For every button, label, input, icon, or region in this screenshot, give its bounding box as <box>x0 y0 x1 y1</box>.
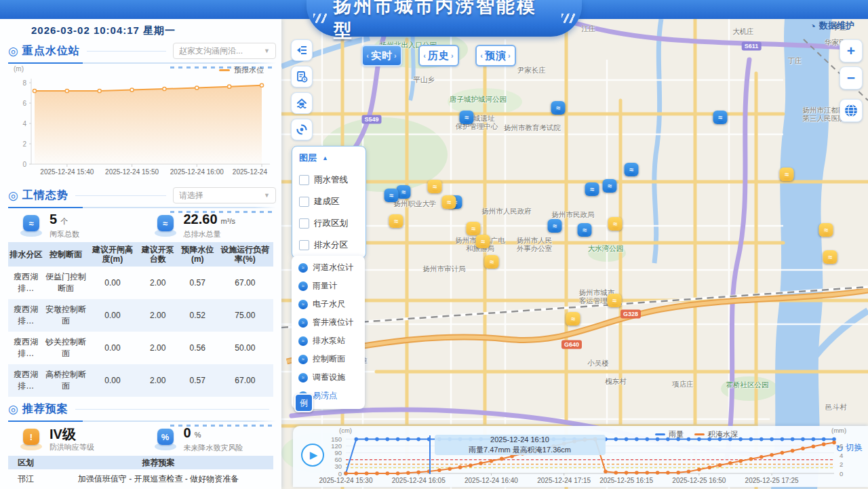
dashed-decoration <box>170 425 272 427</box>
rain-waterlogging-chart-svg: 03060901201500246(cm)(mm)2025-12-24 15:3… <box>293 426 868 487</box>
zoom-out-button[interactable]: − <box>840 66 863 90</box>
checkbox-unchecked[interactable] <box>299 175 309 185</box>
stat-text: 0 %未来降水致灾风险 <box>184 426 243 453</box>
table-row[interactable]: 瘦西湖排…安墩控制断面0.002.000.5275.00 <box>8 299 273 332</box>
road-shield: G328 <box>620 310 641 319</box>
map-canvas[interactable]: 扬州北出入口公园江庄尹家长庄平山乡唐子城护城河公园扬州城遗址 保护管理中心扬州市… <box>281 19 868 489</box>
sluice-pump-icon-glyph: ≈ <box>23 215 39 231</box>
table-cell: 0.56 <box>178 332 217 364</box>
map-marker-blue[interactable]: ≈ <box>578 223 592 237</box>
checkbox-unchecked[interactable] <box>299 197 309 207</box>
legend-item-label: 雨量计 <box>313 280 337 292</box>
collapse-panel-button[interactable] <box>291 39 313 61</box>
svg-text:2025-12-24: 2025-12-24 <box>233 168 268 176</box>
checkbox-unchecked[interactable] <box>299 218 309 229</box>
mode-button-label: 历史 <box>428 50 450 62</box>
svg-text:8: 8 <box>22 79 26 87</box>
svg-text:(cm): (cm) <box>339 427 352 434</box>
map-marker-yellow[interactable]: ≈ <box>819 223 833 237</box>
map-marker-yellow[interactable]: ≈ <box>476 235 490 248</box>
table-row[interactable]: 瘦西湖排…高桥控制断面0.002.000.5767.00 <box>8 364 273 397</box>
station-select-dropdown[interactable]: 赵家支沟涵闸沿... ▼ <box>173 43 276 59</box>
layers-panel-title[interactable]: 图层 ▲ <box>299 152 359 164</box>
stat-闸泵总数: ≈5 个闸泵总数 <box>8 212 142 239</box>
zoom-in-button[interactable]: + <box>840 39 863 62</box>
legend-item-label: 河道水位计 <box>313 262 353 273</box>
map-marker-blue[interactable]: ≈ <box>603 179 617 193</box>
map-marker-blue[interactable]: ≈ <box>713 111 728 124</box>
right-arrow-decoration: › <box>508 52 511 60</box>
svg-text:2025-12-24 16:40: 2025-12-24 16:40 <box>465 477 518 484</box>
flood-sites-button[interactable] <box>291 92 313 114</box>
mode-button-预演[interactable]: ‹预演› <box>475 45 516 66</box>
map-marker-blue[interactable]: ≈ <box>585 182 599 196</box>
svg-text:2: 2 <box>22 140 26 148</box>
layer-item-排水分区[interactable]: 排水分区 <box>299 239 359 251</box>
map-marker-yellow[interactable]: ≈ <box>485 255 499 269</box>
map-marker-yellow[interactable]: ≈ <box>823 250 837 264</box>
table-cell: 便益门控制断面 <box>43 267 87 299</box>
layer-item-label: 建成区 <box>314 196 340 208</box>
stat-unit: m³/s <box>219 217 235 225</box>
map-marker-blue[interactable]: ≈ <box>384 189 399 202</box>
table-row[interactable]: 瘦西湖排…钞关控制断面0.002.000.5650.00 <box>8 332 273 364</box>
svg-text:2025-12-24 15:50: 2025-12-24 15:50 <box>105 168 159 176</box>
map-marker-blue[interactable]: ≈ <box>397 185 411 199</box>
map-marker-blue[interactable]: ≈ <box>551 101 566 115</box>
basemap-globe-button[interactable] <box>840 99 863 122</box>
layer-item-行政区划[interactable]: 行政区划 <box>299 218 359 229</box>
legend-item-label: 排水泵站 <box>313 335 345 347</box>
map-marker-yellow[interactable]: ≈ <box>428 180 442 193</box>
map-marker-blue[interactable]: ≈ <box>460 111 474 124</box>
svg-text:2025-12-24 16:05: 2025-12-24 16:05 <box>392 477 446 484</box>
legend-item-雨量计[interactable]: ≈雨量计 <box>298 280 358 292</box>
legend-item-label: 电子水尺 <box>313 298 345 310</box>
engineering-select-dropdown[interactable]: 请选择 ▼ <box>173 187 276 203</box>
mode-button-实时[interactable]: ‹实时› <box>361 45 402 66</box>
table-cell: 0.57 <box>178 364 217 397</box>
table-cell: 瘦西湖排… <box>8 332 43 364</box>
typhoon-button[interactable] <box>291 119 313 140</box>
legend-item-label: 易涝点 <box>313 390 337 402</box>
table-row[interactable]: 邗江加强值班值守 - 开展巡查检查 - 做好物资准备 <box>8 469 273 489</box>
legend-item-窨井液位计[interactable]: ≈窨井液位计 <box>298 317 358 328</box>
mode-button-label: 实时 <box>371 50 393 62</box>
checkbox-unchecked[interactable] <box>299 240 309 250</box>
engineering-stats: ≈5 个闸泵总数≈22.60 m³/s总排水总量 <box>8 212 276 239</box>
table-cell: 瘦西湖排… <box>8 364 43 397</box>
map-marker-yellow[interactable]: ≈ <box>780 168 794 181</box>
map-marker-blue[interactable]: ≈ <box>548 219 562 233</box>
legend-item-河道水位计[interactable]: ≈河道水位计 <box>298 262 358 273</box>
layer-item-建成区[interactable]: 建成区 <box>299 196 359 208</box>
map-marker-yellow[interactable]: ≈ <box>566 312 580 326</box>
legend-item-控制断面[interactable]: ≈控制断面 <box>298 353 358 365</box>
legend-item-调蓄设施[interactable]: ≈调蓄设施 <box>298 372 358 383</box>
map-marker-yellow[interactable]: ≈ <box>389 214 403 228</box>
legend-item-电子水尺[interactable]: ≈电子水尺 <box>298 298 358 310</box>
data-maintenance-link[interactable]: ◔ 数据维护 <box>810 20 854 32</box>
banner-decoration-right <box>561 14 575 23</box>
mode-button-历史[interactable]: ‹历史› <box>418 45 459 66</box>
legend-item-label: 调蓄设施 <box>313 372 345 383</box>
app-title-banner: 扬州市城市内涝智能模型 <box>307 0 582 37</box>
map-marker-yellow[interactable]: ≈ <box>467 222 481 235</box>
map-marker-yellow[interactable]: ≈ <box>442 195 456 209</box>
legend-item-排水泵站[interactable]: ≈排水泵站 <box>298 335 358 347</box>
flood-level-icon: ! <box>19 429 43 450</box>
layer-item-雨水管线[interactable]: 雨水管线 <box>299 174 359 186</box>
table-row[interactable]: 瘦西湖排…便益门控制断面0.002.000.5767.00 <box>8 267 273 299</box>
map-marker-yellow[interactable]: ≈ <box>608 217 623 231</box>
table-cell: 2.00 <box>137 299 178 332</box>
water-level-chart-svg: 024682025-12-24 15:402025-12-24 15:50202… <box>8 75 273 184</box>
typhoon-icon <box>296 123 308 136</box>
legend-toggle-button[interactable]: 例 <box>294 393 313 412</box>
report-history-button[interactable] <box>291 66 313 87</box>
map-marker-yellow[interactable]: ≈ <box>608 294 622 307</box>
map-marker-blue[interactable]: ≈ <box>625 163 639 176</box>
table-cell: 瘦西湖排… <box>8 267 43 299</box>
layer-item-label: 排水分区 <box>314 239 348 251</box>
table-cell: 67.00 <box>217 364 273 397</box>
column-header: 建议开闸高度(m) <box>87 242 137 267</box>
pin-icon: ≈ <box>298 373 308 383</box>
left-arrow-decoration: ‹ <box>480 52 484 60</box>
